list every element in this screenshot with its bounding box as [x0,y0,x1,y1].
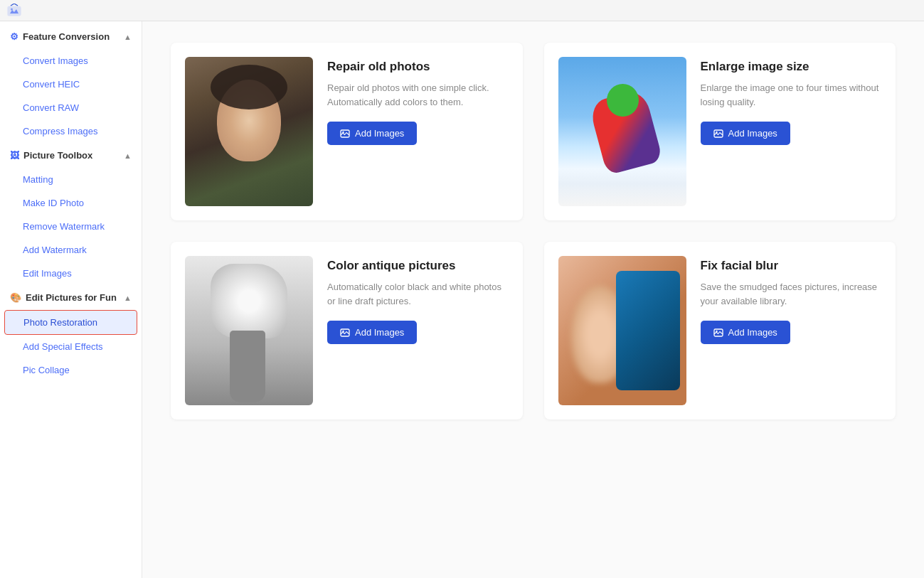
card-info-enlarge-image-size: Enlarge image size Enlarge the image one… [701,57,882,145]
svg-point-9 [716,330,717,331]
sidebar-item-pic-collage[interactable]: Pic Collage [0,358,142,382]
add-image-icon-fix-facial-blur [713,328,723,338]
card-desc-color-antique-pictures: Automatically color black and white phot… [327,280,509,308]
app-logo-icon [7,4,21,18]
sidebar-item-make-id-photo[interactable]: Make ID Photo [0,191,142,215]
sidebar-section-header-left: 🖼 Picture Toolbox [10,150,92,161]
sidebar-item-convert-images[interactable]: Convert Images [0,49,142,73]
card-desc-fix-facial-blur: Save the smudged faces pictures, increas… [701,280,882,308]
sidebar-item-matting[interactable]: Matting [0,168,142,191]
svg-point-3 [342,131,344,132]
sidebar-section-header-left: 🎨 Edit Pictures for Fun [10,292,117,303]
sidebar-item-photo-restoration[interactable]: Photo Restoration [4,310,137,335]
sidebar-section-label-picture-toolbox: Picture Toolbox [23,150,92,161]
card-title-enlarge-image-size: Enlarge image size [701,60,882,74]
cards-grid: Repair old photos Repair old photos with… [171,43,896,419]
sidebar-section-label-feature-conversion: Feature Conversion [23,31,110,42]
titlebar [0,0,924,21]
feature-card-color-antique-pictures: Color antique pictures Automatically col… [171,242,523,419]
card-info-fix-facial-blur: Fix facial blur Save the smudged faces p… [701,256,882,344]
svg-point-5 [716,131,717,132]
main-content: Repair old photos Repair old photos with… [142,21,924,578]
card-title-color-antique-pictures: Color antique pictures [327,259,509,273]
card-title-fix-facial-blur: Fix facial blur [701,259,882,273]
chevron-icon-feature-conversion: ▲ [124,33,132,41]
section-icon-feature-conversion: ⚙ [10,31,18,42]
titlebar-left [7,4,27,18]
card-title-repair-old-photos: Repair old photos [327,60,509,74]
chevron-icon-edit-pictures-fun: ▲ [124,294,132,302]
feature-card-fix-facial-blur: Fix facial blur Save the smudged faces p… [544,242,896,419]
svg-point-1 [11,8,13,10]
sidebar: ⚙ Feature Conversion ▲ Convert ImagesCon… [0,21,142,578]
sidebar-item-edit-images[interactable]: Edit Images [0,262,142,285]
add-images-button-color-antique-pictures[interactable]: Add Images [327,321,417,344]
feature-card-repair-old-photos: Repair old photos Repair old photos with… [171,43,523,220]
card-image-face [558,256,686,405]
add-images-button-fix-facial-blur[interactable]: Add Images [701,321,790,344]
sidebar-item-convert-raw[interactable]: Convert RAW [0,96,142,119]
feature-card-enlarge-image-size: Enlarge image size Enlarge the image one… [544,43,896,220]
menu-button[interactable] [883,9,888,12]
sidebar-item-convert-heic[interactable]: Convert HEIC [0,73,142,96]
add-image-icon-repair-old-photos [340,129,350,139]
svg-point-7 [342,330,344,331]
titlebar-controls [883,9,917,12]
card-info-color-antique-pictures: Color antique pictures Automatically col… [327,256,509,344]
add-image-icon-enlarge-image-size [713,129,723,139]
section-icon-picture-toolbox: 🖼 [10,150,19,161]
sidebar-section-header-left: ⚙ Feature Conversion [10,31,110,42]
card-info-repair-old-photos: Repair old photos Repair old photos with… [327,57,509,145]
card-desc-repair-old-photos: Repair old photos with one simple click.… [327,81,509,109]
sidebar-item-add-watermark[interactable]: Add Watermark [0,238,142,262]
section-icon-edit-pictures-fun: 🎨 [10,292,21,303]
maximize-button[interactable] [911,9,917,12]
sidebar-item-compress-images[interactable]: Compress Images [0,119,142,143]
card-image-portrait [185,57,313,206]
add-images-button-enlarge-image-size[interactable]: Add Images [701,122,790,145]
sidebar-section-edit-pictures-fun[interactable]: 🎨 Edit Pictures for Fun ▲ [0,285,142,310]
add-image-icon-color-antique-pictures [340,328,350,338]
add-images-button-repair-old-photos[interactable]: Add Images [327,122,417,145]
chevron-icon-picture-toolbox: ▲ [124,151,132,160]
app-body: ⚙ Feature Conversion ▲ Convert ImagesCon… [0,21,924,578]
sidebar-item-add-special-effects[interactable]: Add Special Effects [0,335,142,358]
sidebar-section-feature-conversion[interactable]: ⚙ Feature Conversion ▲ [0,24,142,49]
sidebar-section-label-edit-pictures-fun: Edit Pictures for Fun [26,292,117,303]
svg-rect-0 [8,6,21,16]
sidebar-section-picture-toolbox[interactable]: 🖼 Picture Toolbox ▲ [0,143,142,168]
card-image-ski [558,57,686,206]
card-desc-enlarge-image-size: Enlarge the image one to four times with… [701,81,882,109]
minimize-button[interactable] [897,9,903,12]
sidebar-item-remove-watermark[interactable]: Remove Watermark [0,215,142,238]
card-image-flower [185,256,313,405]
